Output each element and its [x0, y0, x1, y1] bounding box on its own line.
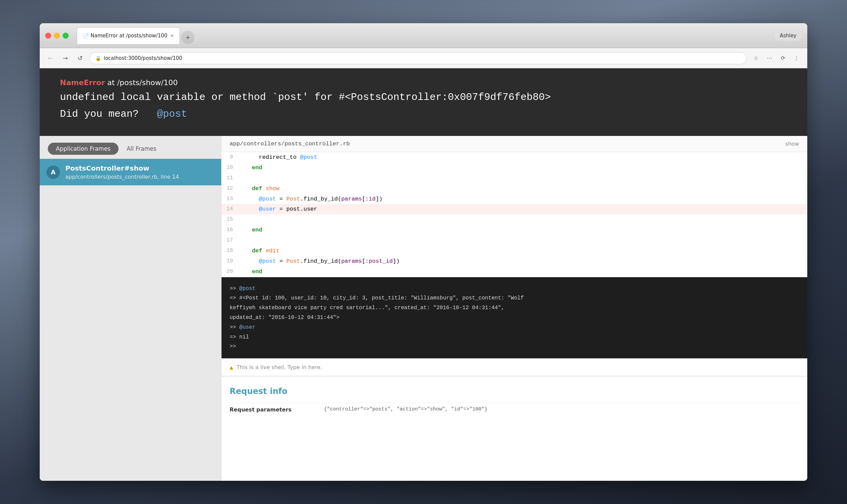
code-block: 9 redirect_to @post 10 end 11 [222, 152, 807, 277]
line-number: 9 [222, 152, 239, 162]
line-content [239, 173, 807, 183]
code-line: 18 def edit [222, 246, 807, 256]
maximize-button[interactable] [63, 33, 69, 39]
console-line: >> @user [230, 323, 799, 332]
error-message-line1: undefined local variable or method `post… [60, 90, 787, 104]
page-content: NameError at /posts/show/100 undefined l… [40, 68, 807, 481]
profile-button[interactable]: Ashley [774, 31, 802, 41]
lock-icon: 🔒 [95, 55, 101, 61]
browser-back-button[interactable]: ⟳ [778, 53, 789, 64]
title-bar: 📄 NameError at /posts/show/100 ✕ + Ashle… [40, 23, 807, 48]
tab-all-frames[interactable]: All Frames [119, 143, 164, 155]
line-content: @post = Post.find_by_id(params[:id]) [239, 194, 807, 204]
error-body: Application Frames All Frames A PostsCon… [40, 136, 807, 481]
code-line: 19 @post = Post.find_by_id(params[:post_… [222, 256, 807, 267]
line-number: 15 [222, 214, 239, 225]
error-type-line: NameError at /posts/show/100 [60, 78, 787, 87]
error-path: at /posts/show/100 [105, 78, 178, 87]
line-number: 17 [222, 235, 239, 246]
code-line: 11 [222, 173, 807, 183]
tab-application-frames[interactable]: Application Frames [48, 143, 119, 155]
warning-triangle-icon: ▲ [230, 365, 233, 370]
error-header: NameError at /posts/show/100 undefined l… [40, 68, 807, 136]
url-text: localhost:3000/posts/show/100 [104, 55, 741, 61]
code-filename: app/controllers/posts_controller.rb [230, 141, 350, 147]
line-number: 16 [222, 225, 239, 235]
line-number: 18 [222, 246, 239, 256]
error-suggestion: @post [157, 108, 187, 120]
code-show-link[interactable]: show [786, 141, 799, 147]
console-var: @post [240, 286, 255, 292]
browser-window: 📄 NameError at /posts/show/100 ✕ + Ashle… [40, 23, 807, 481]
frame-controller: PostsController#show [65, 164, 179, 172]
tab-close-button[interactable]: ✕ [170, 33, 174, 38]
line-number: 14 [222, 204, 239, 214]
console-panel: >> @post => #<Post id: 100, user_id: 10,… [222, 277, 807, 359]
frame-item[interactable]: A PostsController#show app/controllers/p… [40, 159, 221, 185]
line-number: 10 [222, 162, 239, 173]
request-params-label: Request parameters [230, 407, 324, 413]
console-line: updated_at: "2016-10-12 04:31:44"> [230, 313, 799, 323]
left-panel: Application Frames All Frames A PostsCon… [40, 136, 222, 481]
code-panel: app/controllers/posts_controller.rb show… [222, 136, 807, 277]
code-line-highlighted: 14 @user = post.user [222, 204, 807, 214]
line-number: 20 [222, 267, 239, 277]
line-number: 12 [222, 183, 239, 194]
console-line: keffiyeh skateboard vice party cred sart… [230, 303, 799, 313]
active-tab[interactable]: 📄 NameError at /posts/show/100 ✕ [77, 27, 180, 44]
line-content [239, 235, 807, 246]
line-number: 11 [222, 173, 239, 183]
line-content: end [239, 162, 807, 173]
console-var: @user [240, 324, 255, 330]
frame-tabs: Application Frames All Frames [40, 136, 221, 155]
line-content: def edit [239, 246, 807, 256]
code-line: 16 end [222, 225, 807, 235]
code-line: 15 [222, 214, 807, 225]
extensions-button[interactable]: ⋯ [764, 53, 775, 64]
line-content: end [239, 225, 807, 235]
code-line: 12 def show [222, 183, 807, 194]
new-tab-button[interactable]: + [181, 31, 195, 44]
code-line: 20 end [222, 267, 807, 277]
traffic-lights [45, 33, 69, 39]
line-content: end [239, 267, 807, 277]
address-bar: ← → ↺ 🔒 localhost:3000/posts/show/100 ☆ … [40, 48, 807, 68]
frame-file: app/controllers/posts_controller.rb, lin… [65, 174, 179, 180]
tab-label: NameError at /posts/show/100 [91, 33, 167, 39]
request-info-title: Request info [230, 386, 799, 396]
line-number: 13 [222, 194, 239, 204]
tab-favicon-icon: 📄 [83, 33, 88, 38]
console-line: => nil [230, 332, 799, 342]
frame-info: PostsController#show app/controllers/pos… [65, 164, 179, 180]
code-line: 10 end [222, 162, 807, 173]
live-shell-hint: ▲ This is a live shell. Type in here. [222, 358, 807, 376]
reload-button[interactable]: ↺ [75, 53, 86, 64]
tab-bar: 📄 NameError at /posts/show/100 ✕ + [77, 27, 770, 44]
console-line: => #<Post id: 100, user_id: 10, city_id:… [230, 293, 799, 303]
close-button[interactable] [45, 33, 51, 39]
minimize-button[interactable] [54, 33, 60, 39]
code-line: 13 @post = Post.find_by_id(params[:id]) [222, 194, 807, 204]
line-content [239, 214, 807, 225]
shell-hint-text: This is a live shell. Type in here. [237, 364, 322, 371]
console-line: >> @post [230, 284, 799, 294]
code-line: 9 redirect_to @post [222, 152, 807, 162]
bookmark-button[interactable]: ☆ [751, 53, 761, 64]
code-header: app/controllers/posts_controller.rb show [222, 136, 807, 152]
code-line: 17 [222, 235, 807, 246]
line-content: def show [239, 183, 807, 194]
browser-actions: ☆ ⋯ ⟳ ⋮ [751, 53, 802, 64]
menu-button[interactable]: ⋮ [791, 53, 802, 64]
frame-avatar: A [47, 165, 60, 179]
frame-list: A PostsController#show app/controllers/p… [40, 155, 221, 190]
console-line: >> [230, 342, 799, 352]
forward-button[interactable]: → [60, 53, 71, 64]
error-message-line2: Did you mean? @post [60, 107, 787, 121]
back-button[interactable]: ← [45, 53, 56, 64]
line-number: 19 [222, 256, 239, 267]
error-name: NameError [60, 78, 105, 87]
url-bar[interactable]: 🔒 localhost:3000/posts/show/100 [90, 52, 747, 64]
line-content: redirect_to @post [239, 152, 807, 162]
request-info: Request info Request parameters {"contro… [222, 376, 807, 426]
line-content: @user = post.user [239, 204, 807, 214]
